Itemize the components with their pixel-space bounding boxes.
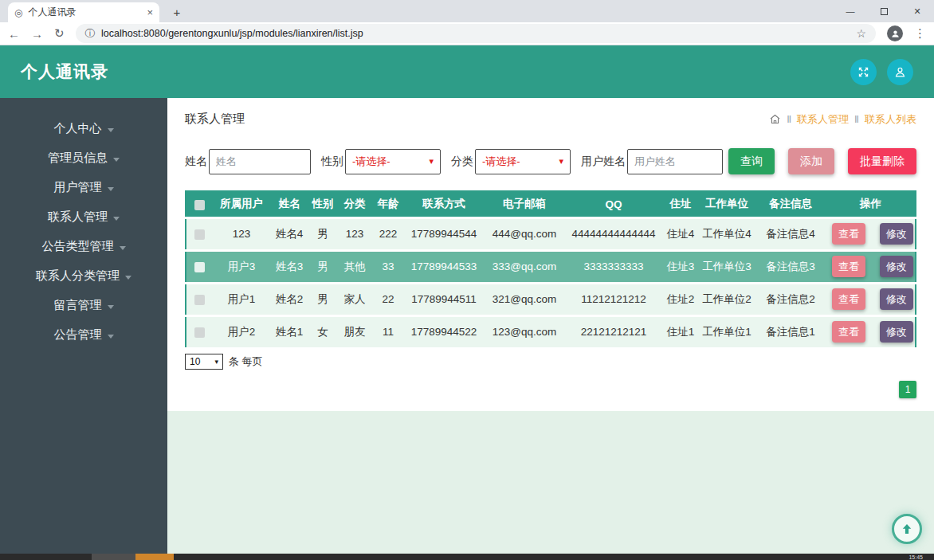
cell-phone: 17789944511 <box>404 283 484 315</box>
taskbar-app-icon[interactable] <box>92 554 135 560</box>
cell-owner: 用户1 <box>213 283 270 315</box>
category-select[interactable]: -请选择- ▾ <box>475 149 571 174</box>
page-size-row: 10 ▾ 条 每页 <box>185 354 916 370</box>
col-header-gender: 性别 <box>308 191 337 217</box>
cell-email: 321@qq.com <box>484 283 565 315</box>
browser-tab[interactable]: ◎ 个人通讯录 × <box>8 2 159 22</box>
col-header-operations: 操作 <box>826 191 916 217</box>
sidebar-item-contact-category-management[interactable]: 联系人分类管理 <box>0 261 167 291</box>
select-all-checkbox[interactable] <box>194 200 205 210</box>
cell-email: 333@qq.com <box>484 250 565 283</box>
cell-operations: 查看 修改 删除 <box>826 315 916 348</box>
name-input[interactable] <box>209 149 311 174</box>
view-button[interactable]: 查看 <box>832 288 865 310</box>
maximize-button[interactable] <box>867 0 901 22</box>
cell-phone: 17789944533 <box>404 250 484 283</box>
view-button[interactable]: 查看 <box>832 223 865 245</box>
gender-select[interactable]: -请选择- ▾ <box>345 149 441 174</box>
chevron-down-icon <box>125 276 131 280</box>
bookmark-star-icon[interactable]: ☆ <box>856 27 866 40</box>
chevron-down-icon <box>113 158 120 162</box>
arrow-up-icon <box>900 522 914 536</box>
info-icon[interactable]: ⓘ <box>85 27 96 41</box>
table-row: 用户2 姓名1 女 朋友 11 17789944522 123@qq.com 2… <box>186 315 916 348</box>
breadcrumb-separator: Ⅱ <box>854 114 859 125</box>
cell-address: 住址2 <box>662 283 699 315</box>
user-name-label: 用户姓名 <box>581 155 626 169</box>
edit-button[interactable]: 修改 <box>880 288 913 310</box>
cell-name: 姓名4 <box>270 217 308 250</box>
avatar-person-icon <box>890 29 901 39</box>
sidebar-item-personal-center[interactable]: 个人中心 <box>0 114 167 143</box>
page-title: 联系人管理 <box>185 112 245 127</box>
view-button[interactable]: 查看 <box>832 256 865 277</box>
cell-company: 工作单位4 <box>699 217 755 250</box>
page-size-value: 10 <box>190 356 200 367</box>
close-window-button[interactable]: ✕ <box>901 0 934 22</box>
main-content: 联系人管理 Ⅱ 联系人管理 Ⅱ 联系人列表 姓名 性别 -请选择- ▾ 分 <box>167 98 934 554</box>
home-icon[interactable] <box>769 113 781 125</box>
page-number-button[interactable]: 1 <box>899 381 916 398</box>
cell-owner: 用户3 <box>213 250 270 283</box>
select-caret-icon: ▾ <box>429 156 434 166</box>
per-page-label: 条 每页 <box>229 354 263 369</box>
tab-close-icon[interactable]: × <box>147 6 153 18</box>
row-checkbox[interactable] <box>194 295 205 305</box>
edit-button[interactable]: 修改 <box>880 256 913 277</box>
breadcrumb-link-contact-management[interactable]: 联系人管理 <box>797 112 849 127</box>
back-to-top-button[interactable] <box>892 514 922 544</box>
app-header: 个人通讯录 <box>0 45 934 98</box>
edit-button[interactable]: 修改 <box>880 321 913 343</box>
fullscreen-button[interactable] <box>850 59 877 85</box>
browser-menu-icon[interactable]: ⋮ <box>914 26 926 41</box>
query-button[interactable]: 查询 <box>728 148 775 174</box>
cell-qq: 44444444444444 <box>565 217 662 250</box>
page-size-select[interactable]: 10 ▾ <box>185 354 223 370</box>
col-header-note: 备注信息 <box>755 191 826 217</box>
sidebar-item-label: 个人中心 <box>54 121 102 136</box>
sidebar-item-notice-management[interactable]: 公告管理 <box>0 320 167 350</box>
cell-note: 备注信息3 <box>755 250 826 283</box>
add-button[interactable]: 添加 <box>788 148 834 174</box>
edit-button[interactable]: 修改 <box>880 223 913 245</box>
content-panel: 联系人管理 Ⅱ 联系人管理 Ⅱ 联系人列表 姓名 性别 -请选择- ▾ 分 <box>167 98 934 411</box>
forward-icon[interactable]: → <box>31 27 43 41</box>
reload-icon[interactable]: ↻ <box>54 26 65 41</box>
cell-phone: 17789944544 <box>404 217 484 250</box>
cell-company: 工作单位1 <box>699 315 755 348</box>
row-checkbox[interactable] <box>194 262 205 272</box>
sidebar-item-label: 联系人分类管理 <box>36 268 120 284</box>
cell-age: 22 <box>372 283 404 315</box>
row-checkbox[interactable] <box>194 229 205 240</box>
select-caret-icon: ▾ <box>214 358 218 366</box>
breadcrumb-link-contact-list[interactable]: 联系人列表 <box>865 112 916 127</box>
cell-address: 住址3 <box>662 250 699 283</box>
cell-company: 工作单位2 <box>699 283 755 315</box>
view-button[interactable]: 查看 <box>832 321 865 343</box>
sidebar-item-label: 公告类型管理 <box>42 239 114 254</box>
back-icon[interactable]: ← <box>8 27 20 41</box>
sidebar-item-message-management[interactable]: 留言管理 <box>0 291 167 320</box>
new-tab-button[interactable]: + <box>167 6 186 19</box>
minimize-button[interactable]: — <box>834 0 867 22</box>
sidebar-item-label: 用户管理 <box>54 180 102 195</box>
batch-delete-button[interactable]: 批量删除 <box>848 148 916 174</box>
cell-category: 其他 <box>337 250 372 283</box>
sidebar-item-notice-type-management[interactable]: 公告类型管理 <box>0 232 167 261</box>
sidebar-item-admin-info[interactable]: 管理员信息 <box>0 143 167 173</box>
taskbar-clock: 15:45 <box>908 554 923 560</box>
browser-tabstrip: ◎ 个人通讯录 × + — ✕ <box>0 0 934 22</box>
sidebar-item-contact-management[interactable]: 联系人管理 <box>0 202 167 232</box>
row-checkbox[interactable] <box>194 327 205 338</box>
user-profile-button[interactable] <box>887 59 913 85</box>
user-name-input[interactable] <box>627 149 723 174</box>
address-bar[interactable]: ⓘ localhost:8080/gerentongxunlu/jsp/modu… <box>76 24 876 43</box>
table-row: 用户1 姓名2 男 家人 22 17789944511 321@qq.com 1… <box>186 283 916 315</box>
sidebar-item-user-management[interactable]: 用户管理 <box>0 173 167 202</box>
cell-email: 444@qq.com <box>484 217 565 250</box>
chevron-down-icon <box>113 217 120 221</box>
browser-avatar[interactable] <box>887 25 903 41</box>
taskbar-app-icon[interactable] <box>135 554 174 560</box>
os-taskbar[interactable]: 15:45 <box>0 554 934 560</box>
cell-gender: 男 <box>308 250 337 283</box>
